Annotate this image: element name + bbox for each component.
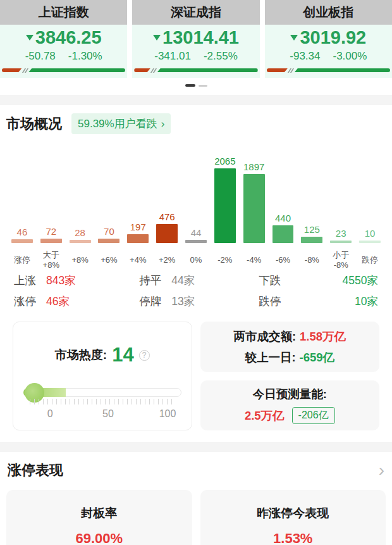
- bar-value-label: 46: [17, 227, 28, 237]
- card-value: 69.00%: [6, 530, 192, 545]
- index-change: -341.01: [154, 50, 191, 63]
- up-down-ratio-bar: [267, 68, 390, 72]
- bar-value-label: 440: [275, 213, 291, 223]
- chart-bar-group[interactable]: 440-6%: [269, 213, 298, 272]
- bar-value-label: 70: [104, 226, 114, 237]
- stat-flat: 持平 44家: [139, 273, 259, 288]
- chart-bar-group[interactable]: 72大于 +8%: [37, 226, 66, 272]
- help-icon[interactable]: ?: [139, 350, 150, 361]
- stat-value: 843家: [46, 273, 76, 288]
- index-card-shenzhen[interactable]: 深证成指 13014.41 -341.01 -2.55%: [132, 0, 259, 78]
- forecast-delta-badge: -206亿: [292, 407, 335, 424]
- stat-value: 10家: [355, 294, 378, 309]
- bar: [301, 237, 322, 243]
- stat-down: 下跌 4550家: [259, 273, 378, 288]
- bar: [11, 239, 33, 243]
- yesterday-limit-up-card[interactable]: 昨涨停今表现 1.53% 高开率27% 获利率57%: [200, 490, 386, 545]
- index-change-row: -93.34 -3.00%: [265, 50, 392, 63]
- index-card-chinext[interactable]: 创业板指 3019.92 -93.34 -3.00%: [265, 0, 392, 78]
- bar-category-label: +8%: [71, 249, 88, 272]
- forecast-label: 今日预测量能:: [253, 386, 327, 402]
- bar-category-label: 大于 +8%: [43, 249, 59, 272]
- index-name: 创业板指: [265, 0, 392, 25]
- card-title: 昨涨停今表现: [200, 505, 386, 522]
- pagination-dot[interactable]: [199, 85, 207, 87]
- chart-bar-group[interactable]: 440%: [181, 227, 211, 272]
- chart-bar-group[interactable]: 197+4%: [123, 222, 152, 272]
- market-stats: 上涨 843家 持平 44家 下跌 4550家 涨停 46家 停牌 13家 跌停: [6, 273, 386, 309]
- stat-label: 跌停: [259, 294, 281, 309]
- bar-value-label: 1897: [243, 161, 264, 172]
- ratio-slash-icon: [288, 68, 295, 72]
- bar-category-label: -8%: [305, 249, 319, 272]
- section-title: 市场概况: [6, 115, 62, 134]
- index-carousel: 上证指数 3846.25 -50.78 -1.30% 深证成指 13014.41…: [0, 0, 392, 78]
- chart-bar-group[interactable]: 476+2%: [152, 211, 181, 272]
- down-arrow-icon: [26, 35, 34, 41]
- pagination-dot-active[interactable]: [185, 84, 195, 87]
- sentiment-badge[interactable]: 59.39%用户看跌 ›: [71, 113, 171, 134]
- gauge-tick-labels: 0 50 100: [30, 408, 175, 420]
- bar: [40, 239, 62, 243]
- stat-label: 下跌: [259, 273, 281, 288]
- chevron-right-icon: ›: [161, 118, 165, 130]
- vs-prev-label: 较上一日:: [245, 349, 295, 365]
- ratio-down-segment: [157, 68, 258, 72]
- bar: [330, 241, 352, 243]
- stat-up: 上涨 843家: [14, 273, 139, 288]
- chart-bar-group[interactable]: 10跌停: [355, 228, 384, 272]
- chart-bar-group[interactable]: 70+6%: [95, 226, 124, 272]
- index-change: -93.34: [290, 50, 320, 63]
- up-down-ratio-bar: [134, 68, 257, 72]
- bar-category-label: 小于 -8%: [333, 249, 349, 272]
- market-heat-card: 市场热度: 14 ? 0 50 100: [13, 322, 192, 430]
- index-change-pct: -1.30%: [68, 50, 102, 63]
- stat-label: 停牌: [139, 294, 161, 309]
- index-value-row: 3019.92: [265, 27, 392, 48]
- ratio-down-segment: [28, 68, 125, 72]
- forecast-value: 2.5万亿: [245, 408, 285, 423]
- stat-suspended: 停牌 13家: [139, 294, 259, 309]
- chart-bar-group[interactable]: 28+8%: [66, 227, 95, 272]
- stat-label: 持平: [139, 273, 161, 288]
- card-title: 封板率: [6, 505, 192, 522]
- bar-category-label: 跌停: [362, 249, 378, 272]
- ratio-up-segment: [134, 68, 150, 72]
- index-value: 3019.92: [300, 27, 366, 48]
- stat-label: 涨停: [14, 294, 36, 309]
- chevron-right-icon[interactable]: ›: [379, 464, 384, 477]
- chart-bar-group[interactable]: 23小于 -8%: [326, 228, 355, 272]
- seal-rate-card[interactable]: 封板率 69.00% 封板38 触及17: [6, 490, 192, 545]
- forecast-card: 今日预测量能: 2.5万亿 -206亿: [200, 380, 380, 431]
- chart-bar-group[interactable]: 1897-4%: [240, 161, 269, 272]
- bar-value-label: 197: [130, 222, 146, 232]
- turnover-card: 两市成交额: 1.58万亿 较上一日: -659亿: [200, 322, 380, 372]
- chart-bar-group[interactable]: 125-8%: [297, 224, 326, 272]
- section-divider: [0, 442, 392, 452]
- chart-bar-group[interactable]: 2065-2%: [211, 156, 240, 272]
- bar: [70, 240, 91, 243]
- index-name: 深证成指: [132, 0, 259, 25]
- gauge-ticks: [30, 399, 175, 404]
- index-value: 13014.41: [162, 27, 239, 48]
- bar: [243, 174, 265, 243]
- vs-prev-value: -659亿: [300, 349, 335, 365]
- stat-limit-down: 跌停 10家: [259, 294, 378, 309]
- index-value: 3846.25: [35, 27, 102, 48]
- bar-category-label: 涨停: [14, 249, 30, 272]
- bar: [273, 225, 294, 243]
- index-card-shanghai[interactable]: 上证指数 3846.25 -50.78 -1.30%: [0, 0, 127, 78]
- bar-category-label: -6%: [276, 249, 290, 272]
- bar-category-label: -4%: [247, 249, 261, 272]
- chart-bar-group[interactable]: 46涨停: [8, 227, 37, 272]
- distribution-chart: 46涨停72大于 +8%28+8%70+6%197+4%476+2%440%20…: [6, 156, 386, 272]
- ratio-down-segment: [295, 68, 390, 72]
- bar-category-label: +2%: [159, 249, 175, 272]
- bar-value-label: 125: [304, 224, 320, 235]
- bar-value-label: 72: [46, 226, 56, 237]
- bar: [359, 241, 381, 243]
- stat-limit-up: 涨停 46家: [14, 294, 139, 309]
- index-change-pct: -3.00%: [333, 50, 367, 63]
- down-arrow-icon: [290, 35, 298, 41]
- bar-category-label: +4%: [130, 249, 146, 272]
